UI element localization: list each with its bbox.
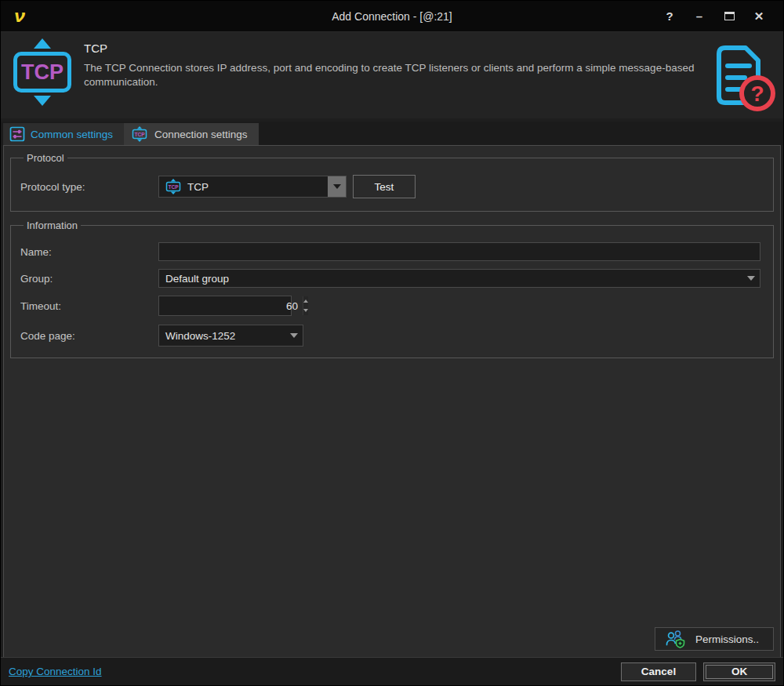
window-controls: ? – ✕ <box>656 5 783 27</box>
page-title: TCP <box>84 42 710 55</box>
tab-connection-settings[interactable]: TCP Connection settings <box>124 123 259 145</box>
help-document-icon: ? <box>710 42 775 114</box>
add-connection-dialog: ν Add Connection - [@:21] ? – ✕ TCP TCP … <box>0 0 784 686</box>
group-title: Protocol <box>24 152 67 164</box>
tab-label: Connection settings <box>154 129 248 140</box>
title-bar: ν Add Connection - [@:21] ? – ✕ <box>1 1 783 32</box>
test-button[interactable]: Test <box>353 175 416 198</box>
group-title: Information <box>24 220 81 231</box>
up-arrow-icon <box>34 38 51 49</box>
group-dropdown[interactable]: Default group <box>158 269 760 288</box>
protocol-type-dropdown[interactable]: TCP TCP <box>158 176 347 198</box>
permissions-label: Permissions.. <box>695 633 759 645</box>
permissions-button[interactable]: Permissions.. <box>655 627 774 651</box>
dropdown-arrow-icon[interactable] <box>285 325 303 346</box>
copy-connection-id-link[interactable]: Copy Connection Id <box>9 666 102 677</box>
down-arrow-icon <box>303 309 308 312</box>
header-text: TCP The TCP Connection stores IP address… <box>84 38 710 89</box>
header: TCP TCP The TCP Connection stores IP add… <box>1 32 783 118</box>
help-icon: ? <box>666 9 673 23</box>
close-icon: ✕ <box>754 9 764 24</box>
spinner-down-button[interactable] <box>303 306 308 315</box>
svg-text:?: ? <box>750 82 764 106</box>
cancel-button[interactable]: Cancel <box>621 662 696 681</box>
maximize-button[interactable] <box>716 5 742 27</box>
app-logo-icon: ν <box>14 8 25 25</box>
tcp-badge: TCP <box>13 52 71 93</box>
connection-description: The TCP Connection stores IP address, po… <box>84 61 710 89</box>
help-button[interactable]: ? <box>656 5 683 27</box>
spinner-up-button[interactable] <box>303 296 308 306</box>
timeout-field <box>158 296 292 316</box>
minimize-icon: – <box>696 9 702 23</box>
information-group: Information Name: Group: Default group T… <box>10 220 774 358</box>
group-label: Group: <box>20 273 158 285</box>
dropdown-arrow-icon[interactable] <box>742 270 760 287</box>
content-panel: Protocol Protocol type: TCP TCP <box>3 145 781 657</box>
maximize-icon <box>724 12 735 20</box>
up-arrow-icon <box>303 299 308 303</box>
tab-common-settings[interactable]: Common settings <box>3 123 124 145</box>
tcp-mini-icon: TCP <box>164 178 183 195</box>
sliders-icon <box>9 126 25 142</box>
name-label: Name: <box>20 246 158 258</box>
codepage-dropdown[interactable]: Windows-1252 <box>158 325 303 347</box>
group-value: Default group <box>159 273 229 285</box>
tab-strip: Common settings TCP Connection settings <box>1 122 783 145</box>
protocol-group: Protocol Protocol type: TCP TCP <box>10 152 774 212</box>
timeout-input[interactable] <box>159 296 303 315</box>
svg-text:TCP: TCP <box>168 184 179 190</box>
svg-text:TCP: TCP <box>134 132 145 137</box>
protocol-type-row: Protocol type: TCP TCP Test <box>20 175 767 198</box>
timeout-label: Timeout: <box>20 300 158 312</box>
close-button[interactable]: ✕ <box>746 5 772 27</box>
protocol-type-value: TCP <box>187 181 209 193</box>
bottom-bar: Copy Connection Id Cancel OK <box>1 657 783 685</box>
down-arrow-icon <box>34 96 51 106</box>
name-input[interactable] <box>158 242 760 261</box>
group-row: Group: Default group <box>20 269 767 288</box>
timeout-row: Timeout: <box>20 296 767 316</box>
dropdown-arrow-icon[interactable] <box>328 176 346 197</box>
ok-button[interactable]: OK <box>703 662 775 681</box>
codepage-value: Windows-1252 <box>159 330 235 342</box>
tcp-mini-icon: TCP <box>130 125 149 143</box>
people-shield-icon <box>665 630 686 649</box>
permissions-row: Permissions.. <box>9 627 775 651</box>
dialog-buttons: Cancel OK <box>621 662 775 681</box>
tab-label: Common settings <box>31 129 113 140</box>
codepage-label: Code page: <box>20 330 158 342</box>
protocol-type-label: Protocol type: <box>20 181 158 193</box>
name-row: Name: <box>20 242 767 261</box>
tcp-connection-icon: TCP <box>9 38 76 106</box>
minimize-button[interactable]: – <box>686 5 713 27</box>
codepage-row: Code page: Windows-1252 <box>20 325 767 347</box>
timeout-spinner <box>303 296 308 315</box>
